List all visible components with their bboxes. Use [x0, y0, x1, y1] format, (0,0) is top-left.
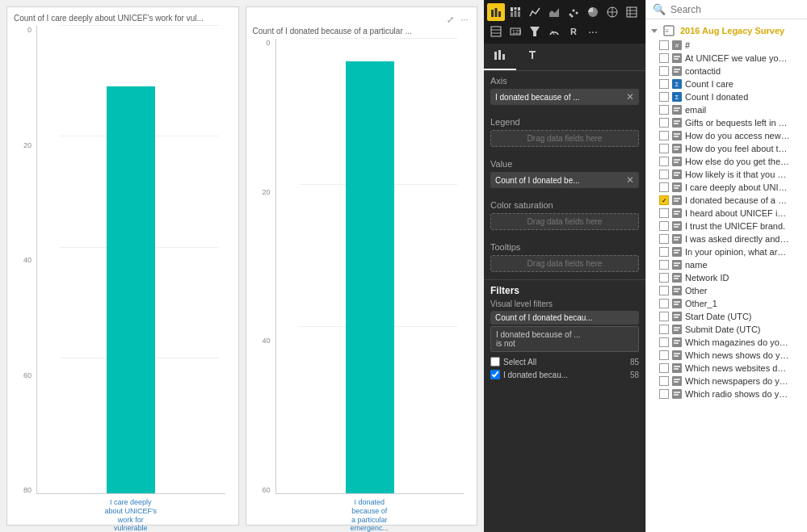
tree-item-checkbox[interactable]	[659, 221, 669, 231]
color-saturation-placeholder[interactable]: Drag data fields here	[490, 213, 639, 230]
tree-item[interactable]: ΣCount I care	[646, 77, 807, 90]
value-chip[interactable]: Count of I donated be... ✕	[490, 172, 639, 188]
tree-item[interactable]: How do you access news?	[646, 129, 807, 142]
tree-item[interactable]: I care deeply about UNICEF's...	[646, 181, 807, 194]
gauge-icon[interactable]	[545, 23, 563, 40]
tree-item[interactable]: How else do you get the new...	[646, 155, 807, 168]
funnel-icon[interactable]	[526, 23, 544, 40]
tree-section-header[interactable]: ≡ 2016 Aug Legacy Survey	[646, 23, 807, 39]
tree-item-checkbox[interactable]	[659, 299, 669, 308]
tree-item[interactable]: I donated because of a partic...	[646, 194, 807, 207]
r-script-icon[interactable]: R	[565, 23, 582, 40]
table-icon[interactable]	[623, 3, 641, 21]
tree-item[interactable]: Which news websites do you...	[646, 362, 807, 375]
tree-item[interactable]: Which radio shows do you lis...	[646, 387, 807, 400]
tree-item[interactable]: Submit Date (UTC)	[646, 323, 807, 336]
value-section: Value Count of I donated be... ✕	[484, 154, 645, 195]
tree-item[interactable]: Which magazines do you rea...	[646, 336, 807, 349]
tree-item[interactable]: name	[646, 258, 807, 271]
tree-item-checkbox[interactable]	[659, 350, 669, 360]
tree-item-checkbox[interactable]	[659, 92, 669, 102]
svg-rect-30	[502, 54, 505, 60]
tree-item-checkbox[interactable]	[659, 66, 669, 76]
tree-item-checkbox[interactable]	[659, 182, 669, 192]
tree-item[interactable]: At UNICEF we value your opi...	[646, 52, 807, 65]
tooltips-placeholder[interactable]: Drag data fields here	[490, 255, 639, 272]
tree-item[interactable]: contactid	[646, 65, 807, 77]
tree-item-checkbox[interactable]	[659, 118, 669, 128]
value-remove-icon[interactable]: ✕	[626, 174, 634, 186]
bar-chart-icon[interactable]	[487, 3, 505, 21]
tree-item-checkbox[interactable]	[659, 195, 669, 205]
tree-item[interactable]: I trust the UNICEF brand.	[646, 220, 807, 232]
filter-chip[interactable]: Count of I donated becau...	[490, 311, 639, 325]
tree-item-checkbox[interactable]	[659, 208, 669, 218]
expand-icon[interactable]: ⤢	[444, 14, 456, 25]
select-all-checkbox[interactable]	[490, 357, 500, 367]
tree-item-checkbox[interactable]	[659, 325, 669, 334]
map-icon[interactable]	[603, 3, 621, 21]
middle-panel-scroll[interactable]: Axis I donated because of ... ✕ Legend D…	[484, 71, 645, 532]
tree-item[interactable]: I was asked directly and thou...	[646, 232, 807, 245]
tree-item[interactable]: Gifts or bequests left in supp...	[646, 116, 807, 129]
stacked-bar-icon[interactable]	[506, 3, 524, 21]
pie-chart-icon[interactable]	[584, 3, 602, 21]
tree-item-checkbox[interactable]	[659, 376, 669, 386]
svg-rect-17	[627, 7, 637, 17]
axis-chip[interactable]: I donated because of ... ✕	[490, 89, 639, 105]
tree-item-checkbox[interactable]	[659, 363, 669, 373]
chart1-bar[interactable]	[107, 86, 155, 493]
text-field-icon	[672, 221, 682, 231]
area-chart-icon[interactable]	[545, 3, 563, 21]
tree-item-checkbox[interactable]	[659, 79, 669, 89]
tree-item[interactable]: ΣCount I donated	[646, 90, 807, 103]
tree-item[interactable]: How likely is it that you woul...	[646, 168, 807, 181]
tree-item-checkbox[interactable]	[659, 273, 669, 283]
scatter-icon[interactable]	[565, 3, 582, 21]
tree-item-checkbox[interactable]	[659, 389, 669, 399]
tree-item-checkbox[interactable]	[659, 144, 669, 153]
tree-item-checkbox[interactable]	[659, 157, 669, 166]
legend-placeholder[interactable]: Drag data fields here	[490, 130, 639, 147]
tree-item[interactable]: Start Date (UTC)	[646, 310, 807, 323]
legend-section: Legend Drag data fields here	[484, 112, 645, 154]
tree-item[interactable]: Network ID	[646, 271, 807, 284]
text-field-icon	[672, 118, 682, 128]
matrix-icon[interactable]	[487, 23, 505, 40]
tree-item[interactable]: Other_1	[646, 297, 807, 310]
filter-option-select-all[interactable]: Select All 85	[490, 355, 639, 368]
tree-item[interactable]: Which news shows do you wa...	[646, 349, 807, 362]
tree-item-checkbox[interactable]	[659, 170, 669, 179]
tree-item[interactable]: I heard about UNICEF in the c...	[646, 207, 807, 220]
tree-item-checkbox[interactable]	[659, 337, 669, 347]
donated-checkbox[interactable]	[490, 370, 500, 379]
tab-chart[interactable]	[484, 44, 516, 70]
more-visuals-icon[interactable]: ···	[584, 23, 602, 40]
chart2-bar[interactable]	[346, 61, 394, 493]
tree-item-checkbox[interactable]	[659, 40, 669, 50]
tree-item[interactable]: How do you feel about the in...	[646, 142, 807, 155]
chart1-x-label: I care deeplyabout UNICEF'swork forvulne…	[104, 498, 157, 532]
tree-item[interactable]: Other	[646, 284, 807, 297]
axis-remove-icon[interactable]: ✕	[626, 91, 634, 103]
line-chart-icon[interactable]	[526, 3, 544, 21]
legend-label: Legend	[490, 117, 639, 127]
tree-item-checkbox[interactable]	[659, 247, 669, 257]
menu-icon[interactable]: ···	[459, 14, 470, 25]
tree-item-checkbox[interactable]	[659, 131, 669, 140]
tree-item[interactable]: ##	[646, 39, 807, 52]
search-input[interactable]	[670, 4, 801, 15]
tree-item-checkbox[interactable]	[659, 234, 669, 244]
card-icon[interactable]: 123	[506, 23, 524, 40]
tree-item-checkbox[interactable]	[659, 312, 669, 321]
tree-item-checkbox[interactable]	[659, 286, 669, 295]
tree-item-checkbox[interactable]	[659, 53, 669, 63]
tree-item[interactable]: In your opinion, what are the...	[646, 245, 807, 258]
tree-item-checkbox[interactable]	[659, 260, 669, 270]
tree-item-checkbox[interactable]	[659, 105, 669, 115]
tab-format[interactable]	[516, 44, 549, 70]
filter-option-donated[interactable]: I donated becau... 58	[490, 368, 639, 381]
svg-rect-8	[518, 11, 520, 17]
tree-item[interactable]: Which newspapers do you re...	[646, 375, 807, 387]
tree-item[interactable]: email	[646, 103, 807, 116]
